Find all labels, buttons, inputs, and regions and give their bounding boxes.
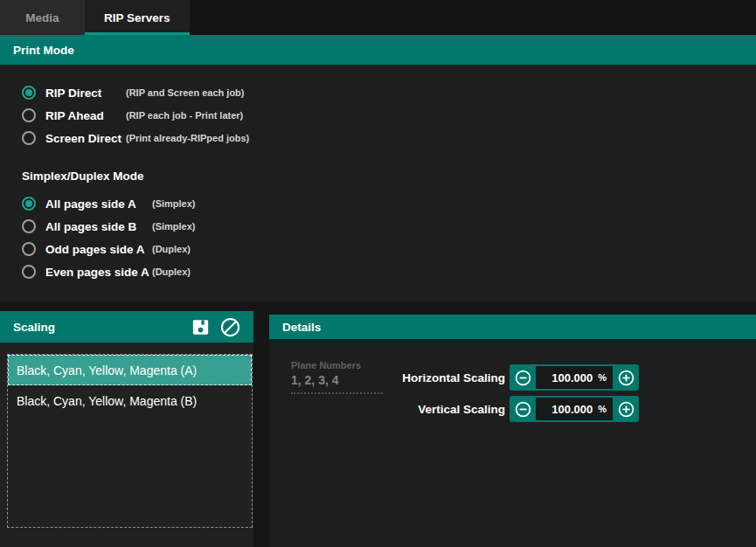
details-header: Details bbox=[269, 315, 756, 339]
radio-description: (Simplex) bbox=[152, 198, 196, 209]
plus-circle-icon bbox=[617, 369, 635, 387]
radio-description: (RIP and Screen each job) bbox=[126, 87, 245, 98]
vertical-scaling-stepper: 100.000 % bbox=[510, 396, 639, 422]
radio-even-pages-a[interactable] bbox=[22, 265, 36, 279]
horizontal-scaling-value: 100.000 bbox=[551, 371, 593, 384]
radio-description: (Duplex) bbox=[152, 244, 191, 254]
details-panel: Details Plane Numbers 1, 2, 3, 4 Horizon… bbox=[269, 315, 756, 547]
horizontal-scaling-input[interactable]: 100.000 % bbox=[536, 366, 613, 389]
radio-description: (Simplex) bbox=[152, 221, 196, 232]
cancel-button[interactable] bbox=[215, 314, 245, 340]
tab-media-label: Media bbox=[25, 11, 59, 24]
radio-row-screen-direct[interactable]: Screen Direct (Print already-RIPped jobs… bbox=[22, 130, 756, 146]
list-item-label: Black, Cyan, Yellow, Magenta (A) bbox=[17, 364, 197, 377]
minus-circle-icon bbox=[514, 400, 532, 419]
radio-row-all-pages-a[interactable]: All pages side A (Simplex) bbox=[22, 196, 756, 211]
vertical-scaling-label: Vertical Scaling bbox=[269, 403, 505, 416]
scaling-header: Scaling bbox=[0, 311, 253, 343]
radio-row-even-pages-a[interactable]: Even pages side A (Duplex) bbox=[22, 264, 756, 280]
vertical-scaling-input[interactable]: 100.000 % bbox=[536, 398, 613, 420]
radio-all-pages-a[interactable] bbox=[22, 197, 36, 211]
rip-server-settings-window: Media RIP Servers Print Mode RIP Direct … bbox=[0, 0, 756, 547]
radio-description: (Duplex) bbox=[152, 267, 191, 277]
tab-rip-servers-label: RIP Servers bbox=[104, 11, 170, 24]
tabs-group: Media RIP Servers bbox=[0, 0, 190, 35]
radio-screen-direct[interactable] bbox=[22, 131, 36, 145]
save-icon bbox=[191, 317, 211, 337]
radio-all-pages-b[interactable] bbox=[22, 219, 36, 233]
radio-odd-pages-a[interactable] bbox=[22, 242, 36, 256]
scaling-panel: Scaling Black, Cyan, Y bbox=[0, 311, 253, 547]
print-mode-header: Print Mode bbox=[0, 35, 756, 65]
vertical-scaling-value: 100.000 bbox=[551, 403, 593, 416]
radio-row-rip-direct[interactable]: RIP Direct (RIP and Screen each job) bbox=[22, 85, 756, 100]
radio-label: Even pages side A bbox=[45, 266, 152, 279]
radio-label: RIP Direct bbox=[45, 87, 126, 100]
horizontal-scaling-increment-button[interactable] bbox=[613, 364, 639, 391]
radio-row-all-pages-b[interactable]: All pages side B (Simplex) bbox=[22, 218, 756, 234]
print-mode-title: Print Mode bbox=[13, 44, 74, 57]
tab-media[interactable]: Media bbox=[0, 0, 85, 35]
bottom-section: Scaling Black, Cyan, Y bbox=[0, 301, 756, 547]
percent-unit: % bbox=[598, 404, 607, 414]
radio-row-odd-pages-a[interactable]: Odd pages side A (Duplex) bbox=[22, 241, 756, 257]
horizontal-scaling-row: Horizontal Scaling 100.000 % bbox=[269, 364, 639, 391]
horizontal-scaling-stepper: 100.000 % bbox=[510, 364, 639, 391]
radio-rip-direct[interactable] bbox=[22, 86, 36, 100]
details-title: Details bbox=[282, 321, 321, 334]
block-icon bbox=[219, 316, 241, 338]
radio-row-rip-ahead[interactable]: RIP Ahead (RIP each job - Print later) bbox=[22, 107, 756, 123]
radio-description: (Print already-RIPped jobs) bbox=[126, 133, 249, 143]
radio-label: All pages side A bbox=[45, 197, 152, 211]
radio-label: Odd pages side A bbox=[45, 243, 152, 256]
save-button[interactable] bbox=[185, 314, 215, 340]
scaling-title: Scaling bbox=[13, 321, 185, 334]
tab-rip-servers[interactable]: RIP Servers bbox=[85, 0, 190, 35]
list-item-scaling-a[interactable]: Black, Cyan, Yellow, Magenta (A) bbox=[8, 355, 252, 385]
radio-description: (RIP each job - Print later) bbox=[126, 110, 243, 121]
scaling-list: Black, Cyan, Yellow, Magenta (A) Black, … bbox=[7, 354, 253, 528]
simplex-duplex-heading: Simplex/Duplex Mode bbox=[22, 170, 756, 183]
radio-label: All pages side B bbox=[45, 220, 152, 233]
vertical-scaling-increment-button[interactable] bbox=[613, 396, 639, 422]
details-body: Plane Numbers 1, 2, 3, 4 Horizontal Scal… bbox=[269, 339, 756, 547]
vertical-scaling-decrement-button[interactable] bbox=[510, 396, 536, 422]
vertical-scaling-row: Vertical Scaling 100.000 % bbox=[269, 396, 639, 422]
radio-label: Screen Direct bbox=[45, 132, 126, 145]
list-item-scaling-b[interactable]: Black, Cyan, Yellow, Magenta (B) bbox=[8, 385, 252, 416]
percent-unit: % bbox=[598, 372, 607, 383]
print-mode-section: RIP Direct (RIP and Screen each job) RIP… bbox=[0, 65, 756, 301]
radio-label: RIP Ahead bbox=[45, 109, 126, 122]
plus-circle-icon bbox=[617, 400, 635, 419]
horizontal-scaling-decrement-button[interactable] bbox=[510, 364, 536, 391]
tab-bar: Media RIP Servers bbox=[0, 0, 756, 35]
radio-rip-ahead[interactable] bbox=[22, 108, 36, 122]
list-item-label: Black, Cyan, Yellow, Magenta (B) bbox=[17, 394, 197, 408]
horizontal-scaling-label: Horizontal Scaling bbox=[269, 371, 505, 384]
minus-circle-icon bbox=[514, 369, 532, 387]
